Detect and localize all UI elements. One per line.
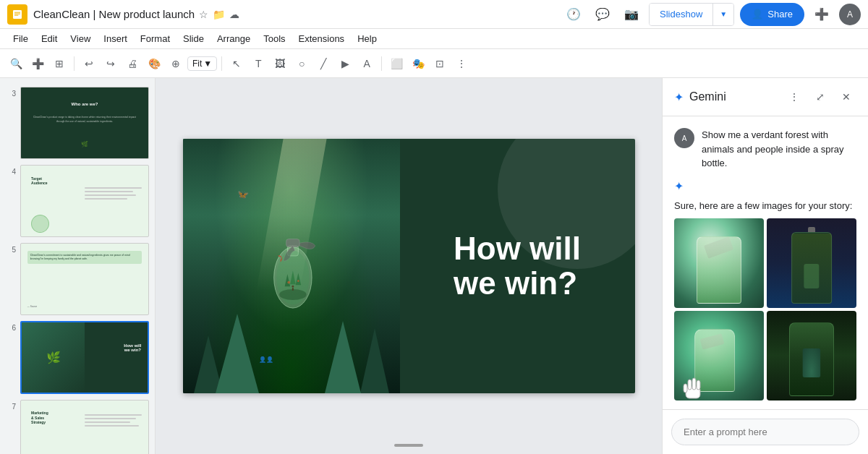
slide-thumb-6[interactable]: 🌿 How willwe win? bbox=[20, 321, 149, 393]
wordart-btn[interactable]: A bbox=[357, 53, 377, 74]
svg-point-13 bbox=[297, 280, 299, 282]
zoom-value: Fit bbox=[192, 59, 202, 69]
slide-num-3: 3 bbox=[6, 87, 16, 98]
gemini-panel: ✦ Gemini ⋮ ⤢ ✕ A Show me a verdant fores… bbox=[662, 78, 868, 454]
toolbar-divider-3 bbox=[381, 56, 382, 71]
slide-3-text: CleanClean's product range is taking cle… bbox=[31, 116, 138, 124]
add-account-icon[interactable]: ➕ bbox=[810, 3, 833, 26]
history-icon[interactable]: 🕐 bbox=[562, 3, 585, 26]
tree-3 bbox=[360, 328, 389, 393]
slide-image-area: 🦋 👤👤 bbox=[183, 139, 400, 393]
slide-3-title: Who are we? bbox=[31, 102, 138, 106]
spray-bottle-svg bbox=[252, 207, 331, 315]
gemini-body: A Show me a verdant forest with animals … bbox=[663, 116, 868, 409]
slide-panel: 3 Who are we? CleanClean's product range… bbox=[0, 78, 156, 454]
comment-icon[interactable]: 💬 bbox=[591, 3, 614, 26]
doc-title-area: CleanClean | New product launch ☆ 📁 ☁ bbox=[33, 8, 556, 20]
menu-file[interactable]: File bbox=[7, 31, 34, 46]
slide-7[interactable]: 7 Marketing& SalesStrategy 🔗 bbox=[0, 397, 155, 455]
gemini-expand-btn[interactable]: ⤢ bbox=[810, 87, 830, 107]
slide-thumb-7[interactable]: Marketing& SalesStrategy bbox=[20, 400, 149, 455]
slide-thumb-5[interactable]: CleanClean's commitment to sustainable a… bbox=[20, 243, 149, 315]
avatar[interactable]: A bbox=[839, 4, 861, 25]
background-btn[interactable]: ⬜ bbox=[386, 53, 407, 74]
slideshow-dropdown-icon[interactable]: ▼ bbox=[713, 4, 733, 25]
image-btn[interactable]: 🖼 bbox=[270, 53, 290, 74]
svg-point-14 bbox=[292, 286, 294, 288]
slide-5-source: — Source bbox=[27, 305, 37, 308]
menu-edit[interactable]: Edit bbox=[35, 31, 63, 46]
redo-btn[interactable]: ↪ bbox=[101, 53, 121, 74]
doc-title: CleanClean | New product launch bbox=[33, 8, 195, 20]
user-message: A Show me a verdant forest with animals … bbox=[674, 128, 856, 171]
menu-extensions[interactable]: Extensions bbox=[293, 31, 351, 46]
img-2-bottle bbox=[791, 232, 832, 304]
cloud-icon[interactable]: ☁ bbox=[229, 9, 239, 20]
img-1-bottle bbox=[697, 236, 741, 304]
slideshow-label[interactable]: Slideshow bbox=[650, 4, 713, 25]
folder-icon[interactable]: 📁 bbox=[213, 9, 225, 20]
camera-icon[interactable]: 📷 bbox=[620, 3, 643, 26]
cursor-btn[interactable]: ↖ bbox=[226, 53, 247, 74]
menubar: File Edit View Insert Format Slide Arran… bbox=[0, 29, 868, 49]
zoom-level[interactable]: Fit ▼ bbox=[187, 56, 217, 71]
slide-3[interactable]: 3 Who are we? CleanClean's product range… bbox=[0, 84, 155, 162]
menu-tools[interactable]: Tools bbox=[258, 31, 291, 46]
line-btn[interactable]: ╱ bbox=[313, 53, 333, 74]
share-label: Share bbox=[767, 9, 793, 20]
image-cell-1[interactable] bbox=[674, 218, 764, 308]
menu-view[interactable]: View bbox=[64, 31, 96, 46]
menu-format[interactable]: Format bbox=[135, 31, 176, 46]
bird-icon: 🦋 bbox=[236, 188, 250, 201]
menu-slide[interactable]: Slide bbox=[177, 31, 210, 46]
more-btn[interactable]: ⋮ bbox=[451, 53, 472, 74]
gemini-response-icon: ✦ bbox=[674, 179, 856, 193]
slide-thumb-3[interactable]: Who are we? CleanClean's product range i… bbox=[20, 87, 149, 159]
img-2-label bbox=[804, 264, 820, 288]
print-btn[interactable]: 🖨 bbox=[122, 53, 142, 74]
slide-5[interactable]: 5 CleanClean's commitment to sustainable… bbox=[0, 240, 155, 318]
toolbar: 🔍 ➕ ⊞ ↩ ↪ 🖨 🎨 ⊕ Fit ▼ ↖ T 🖼 ○ ╱ ▶ A ⬜ 🎭 … bbox=[0, 49, 868, 78]
slide-thumb-4[interactable]: TargetAudience bbox=[20, 165, 149, 237]
slide-6[interactable]: 6 🌿 How willwe win? 🔗 bbox=[0, 318, 155, 396]
slide-num-7: 7 bbox=[6, 400, 16, 411]
zoom-out-btn[interactable]: 🔍 bbox=[6, 53, 26, 74]
paint-format-btn[interactable]: 🎨 bbox=[144, 53, 164, 74]
share-button[interactable]: 👤 Share bbox=[740, 3, 804, 26]
text-btn[interactable]: T bbox=[248, 53, 268, 74]
image-cell-2[interactable] bbox=[767, 218, 856, 308]
svg-rect-20 bbox=[684, 384, 687, 393]
zoom-in-btn[interactable]: ➕ bbox=[27, 53, 48, 74]
menu-insert[interactable]: Insert bbox=[98, 31, 133, 46]
slide-4[interactable]: 4 TargetAudience 🔗 bbox=[0, 162, 155, 240]
undo-btn[interactable]: ↩ bbox=[79, 53, 99, 74]
images-grid bbox=[674, 218, 856, 401]
menu-arrange[interactable]: Arrange bbox=[211, 31, 256, 46]
zoom-fit-btn[interactable]: ⊕ bbox=[166, 53, 186, 74]
menu-help[interactable]: Help bbox=[352, 31, 383, 46]
main-slide[interactable]: 🦋 👤👤 How will we win? bbox=[183, 139, 635, 393]
main-content: 3 Who are we? CleanClean's product range… bbox=[0, 78, 868, 454]
svg-rect-0 bbox=[13, 10, 22, 19]
slide-num-5: 5 bbox=[6, 243, 16, 254]
presentation-btn[interactable]: ⊞ bbox=[49, 53, 69, 74]
video-btn[interactable]: ▶ bbox=[335, 53, 355, 74]
slide-6-image: 🌿 bbox=[22, 322, 85, 392]
slide-text-line1: How will bbox=[454, 231, 581, 266]
image-cell-3[interactable] bbox=[674, 311, 764, 401]
svg-rect-1 bbox=[14, 12, 20, 12]
slide-text-line2: we win? bbox=[454, 266, 581, 301]
slide-main-text: How will we win? bbox=[439, 217, 595, 316]
theme-btn[interactable]: 🎭 bbox=[408, 53, 428, 74]
gemini-more-btn[interactable]: ⋮ bbox=[784, 87, 804, 107]
shapes-btn[interactable]: ○ bbox=[292, 53, 312, 74]
image-cell-4[interactable] bbox=[767, 311, 856, 401]
cursor-overlay bbox=[678, 374, 704, 399]
slideshow-button[interactable]: Slideshow ▼ bbox=[649, 3, 734, 26]
gemini-prompt-input[interactable] bbox=[671, 419, 859, 445]
star-icon[interactable]: ☆ bbox=[199, 9, 208, 20]
gemini-header: ✦ Gemini ⋮ ⤢ ✕ bbox=[663, 78, 868, 116]
layout-btn[interactable]: ⊡ bbox=[430, 53, 450, 74]
gemini-close-btn[interactable]: ✕ bbox=[836, 87, 856, 107]
slide-4-circle bbox=[31, 215, 49, 233]
